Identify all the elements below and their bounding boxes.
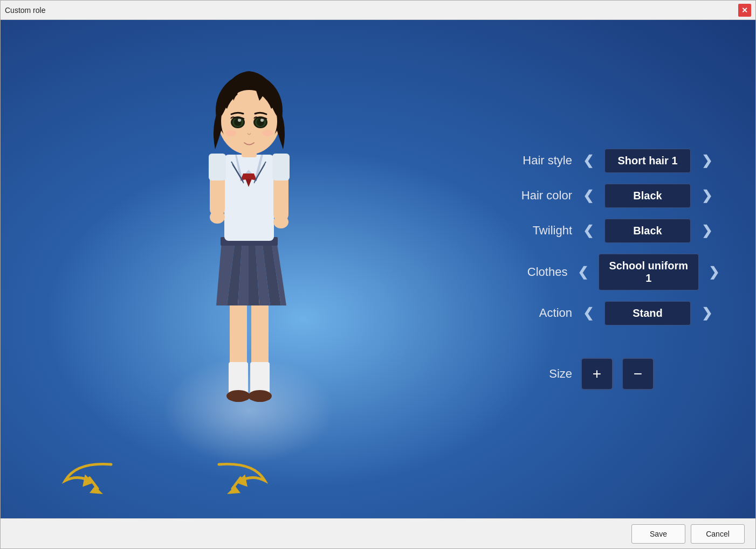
cancel-button[interactable]: Cancel [691, 524, 745, 544]
hair-color-value: Black [604, 184, 691, 208]
hair-style-value: Short hair 1 [604, 149, 691, 173]
svg-rect-3 [250, 362, 270, 394]
twilight-value: Black [604, 219, 691, 243]
svg-rect-2 [229, 362, 248, 394]
rotate-right-arrow[interactable] [211, 459, 270, 497]
hair-color-prev-button[interactable]: ❮ [579, 186, 598, 205]
action-next-button[interactable]: ❯ [697, 303, 717, 323]
svg-point-36 [273, 216, 288, 228]
character-display [173, 31, 324, 451]
svg-point-34 [262, 130, 273, 136]
close-button[interactable]: ✕ [738, 4, 751, 17]
size-section: Size + − [507, 358, 723, 390]
svg-point-33 [225, 130, 236, 136]
svg-rect-11 [272, 154, 290, 180]
svg-point-28 [238, 119, 241, 122]
hair-color-label: Hair color [507, 189, 572, 203]
twilight-row: Twilight ❮ Black ❯ [507, 219, 723, 243]
bottom-bar: Save Cancel [1, 518, 755, 548]
action-label: Action [507, 306, 572, 320]
hair-color-row: Hair color ❮ Black ❯ [507, 184, 723, 208]
action-value: Stand [604, 301, 691, 325]
twilight-prev-button[interactable]: ❮ [579, 221, 598, 240]
window: Custom role ✕ [0, 0, 756, 549]
hair-style-row: Hair style ❮ Short hair 1 ❯ [507, 149, 723, 173]
svg-point-4 [226, 390, 250, 402]
size-increase-button[interactable]: + [581, 358, 613, 390]
save-button[interactable]: Save [631, 524, 685, 544]
character-area [1, 20, 497, 518]
hair-style-label: Hair style [507, 154, 572, 168]
clothes-value: School uniform 1 [599, 254, 699, 290]
hair-color-next-button[interactable]: ❯ [697, 186, 717, 205]
main-content: Hair style ❮ Short hair 1 ❯ Hair color ❮… [1, 20, 755, 518]
size-decrease-button[interactable]: − [622, 358, 654, 390]
clothes-label: Clothes [507, 265, 567, 279]
size-label: Size [507, 367, 572, 381]
window-title: Custom role [5, 6, 45, 15]
svg-point-35 [210, 211, 225, 224]
svg-point-5 [248, 390, 272, 402]
titlebar: Custom role ✕ [1, 1, 755, 20]
rotate-left-arrow[interactable] [60, 459, 119, 497]
clothes-row: Clothes ❮ School uniform 1 ❯ [507, 254, 723, 290]
hair-style-prev-button[interactable]: ❮ [579, 151, 598, 170]
svg-point-32 [260, 119, 264, 122]
hair-style-next-button[interactable]: ❯ [697, 151, 717, 170]
controls-panel: Hair style ❮ Short hair 1 ❯ Hair color ❮… [497, 20, 755, 518]
clothes-prev-button[interactable]: ❮ [574, 262, 592, 282]
clothes-next-button[interactable]: ❯ [705, 262, 723, 282]
twilight-next-button[interactable]: ❯ [697, 221, 717, 240]
svg-rect-9 [209, 154, 226, 180]
twilight-label: Twilight [507, 224, 572, 238]
action-prev-button[interactable]: ❮ [579, 303, 598, 323]
action-row: Action ❮ Stand ❯ [507, 301, 723, 325]
